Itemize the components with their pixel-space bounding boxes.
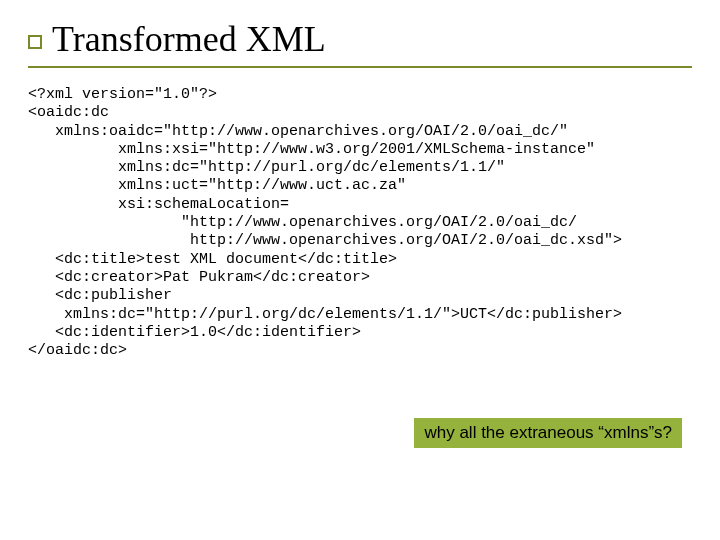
code-line: xmlns:xsi="http://www.w3.org/2001/XMLSch… — [28, 141, 595, 158]
code-line: "http://www.openarchives.org/OAI/2.0/oai… — [28, 214, 577, 231]
code-line: xmlns:dc="http://purl.org/dc/elements/1.… — [28, 159, 505, 176]
title-bullet-icon — [28, 35, 42, 49]
code-line: <dc:creator>Pat Pukram</dc:creator> — [28, 269, 370, 286]
code-line: http://www.openarchives.org/OAI/2.0/oai_… — [28, 232, 622, 249]
code-line: </oaidc:dc> — [28, 342, 127, 359]
code-line: xmlns:uct="http://www.uct.ac.za" — [28, 177, 406, 194]
code-line: xmlns:oaidc="http://www.openarchives.org… — [28, 123, 568, 140]
code-line: xmlns:dc="http://purl.org/dc/elements/1.… — [28, 306, 622, 323]
code-line: <dc:publisher — [28, 287, 172, 304]
code-line: <oaidc:dc — [28, 104, 109, 121]
callout-text: why all the extraneous “xmlns”s? — [424, 423, 672, 442]
code-line: xsi:schemaLocation= — [28, 196, 289, 213]
code-line: <dc:title>test XML document</dc:title> — [28, 251, 397, 268]
title-block: Transformed XML — [28, 18, 692, 68]
code-line: <?xml version="1.0"?> — [28, 86, 217, 103]
xml-code-block: <?xml version="1.0"?> <oaidc:dc xmlns:oa… — [28, 86, 692, 360]
code-line: <dc:identifier>1.0</dc:identifier> — [28, 324, 361, 341]
slide-title: Transformed XML — [52, 19, 326, 59]
slide: Transformed XML <?xml version="1.0"?> <o… — [0, 0, 720, 540]
callout-box: why all the extraneous “xmlns”s? — [414, 418, 682, 448]
